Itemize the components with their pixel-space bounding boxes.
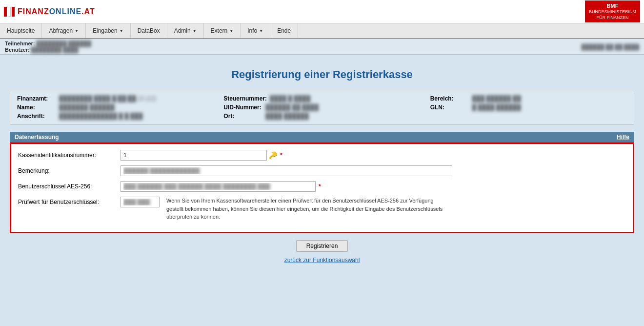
logo-bar-red [4, 7, 7, 17]
form-area: Kassenidentifikationsnummer: 🔑 * Bemerku… [10, 143, 634, 233]
pruefwert-hint: Wenn Sie von Ihrem Kassensoftwareherstel… [166, 197, 449, 221]
ort-row: Ort: ████ ██████ [223, 113, 420, 120]
finanzamt-label: Finanzamt: [17, 95, 56, 102]
bereich-value: ███ ██████ ██ [472, 95, 521, 102]
info-grid: Finanzamt: ████████ ████ █/██/██ 22 (12)… [10, 90, 634, 125]
logo-highlight: ONLINE [49, 7, 81, 16]
header: FINANZONLINE.AT BMF BUNDESMINISTERIUM FÜ… [0, 0, 644, 23]
benutzerschluessel-input-area: * [121, 181, 626, 192]
chevron-down-icon: ▼ [75, 29, 79, 33]
kassenid-row: Kassenidentifikationsnummer: 🔑 * [18, 150, 626, 161]
logo-area: FINANZONLINE.AT [4, 7, 95, 17]
user-bar: Teilnehmer: ████████ ██████ Benutzer: ██… [0, 39, 644, 55]
chevron-down-icon: ▼ [229, 29, 233, 33]
finanzamt-value: ████████ ████ █/██/██ 22 (12) [59, 95, 156, 102]
nav-label-hauptseite: Hauptseite [7, 27, 35, 34]
nav-label-ende: Ende [277, 27, 291, 34]
chevron-down-icon: ▼ [193, 29, 197, 33]
bemerkung-input-area [121, 165, 626, 176]
bemerkung-row: Bemerkung: [18, 165, 626, 176]
kassenid-label: Kassenidentifikationsnummer: [18, 150, 116, 159]
pruefwert-input-area: Wenn Sie von Ihrem Kassensoftwareherstel… [121, 197, 449, 221]
nav-label-admin: Admin [174, 27, 191, 34]
section-header-title: Datenerfassung [15, 134, 59, 141]
nav-label-abfragen: Abfragen [49, 27, 73, 34]
steuernummer-label: Steuernummer: [223, 95, 267, 102]
gln-value: █ ████ ██████ [472, 104, 521, 111]
bmf-badge: BMF BUNDESMINISTERIUM FÜR FINANZEN [585, 0, 640, 23]
bereich-row: Bereich: ███ ██████ ██ [430, 95, 627, 102]
main-content: Registrierung einer Registrierkasse Fina… [0, 55, 644, 271]
anschrift-row: Anschrift: ██████████████ █ █ ███ [17, 113, 214, 120]
nav-label-databox: DataBox [138, 27, 160, 34]
benutzer-row: Benutzer: ████████ ████ [5, 47, 91, 53]
button-area: Registrieren [10, 240, 634, 252]
key-icon[interactable]: 🔑 [269, 151, 277, 159]
benutzerschluessel-input[interactable] [121, 181, 316, 192]
pruefwert-label: Prüfwert für Benutzerschlüssel: [18, 197, 116, 205]
page-title: Registrierung einer Registrierkasse [10, 68, 634, 81]
logo-text: FINANZONLINE.AT [18, 7, 95, 16]
empty-cell [430, 113, 627, 120]
name-value: ███████ ██████ [59, 104, 115, 111]
logo-prefix: FINANZ [18, 7, 49, 16]
nav-item-eingaben[interactable]: Eingaben ▼ [86, 23, 131, 38]
logo-bar-white [8, 7, 11, 17]
anschrift-value: ██████████████ █ █ ███ [59, 113, 143, 120]
steuernummer-value: ████ █ ████ [270, 95, 310, 102]
uid-row: UID-Nummer: ██████ ██ ████ [223, 104, 420, 111]
nav-item-extern[interactable]: Extern ▼ [204, 23, 241, 38]
required-star-kassenid: * [280, 152, 282, 159]
name-row: Name: ███████ ██████ [17, 104, 214, 111]
nav-item-admin[interactable]: Admin ▼ [167, 23, 204, 38]
nav-item-ende[interactable]: Ende [270, 23, 298, 38]
bemerkung-label: Bemerkung: [18, 165, 116, 174]
teilnehmer-value: ████████ ██████ [37, 41, 91, 46]
benutzerschluessel-input-group: * [121, 181, 626, 192]
required-star-benutzerschluessel: * [319, 183, 321, 190]
nav-item-databox[interactable]: DataBox [131, 23, 167, 38]
nav-item-hauptseite[interactable]: Hauptseite [0, 23, 42, 38]
logo-bar-red2 [12, 7, 15, 17]
help-label[interactable]: Hilfe [617, 134, 629, 141]
steuernummer-row: Steuernummer: ████ █ ████ [223, 95, 420, 102]
pruefwert-row: Prüfwert für Benutzerschlüssel: Wenn Sie… [18, 197, 626, 221]
uid-value: ██████ ██ ████ [265, 104, 319, 111]
nav-label-info: Info [247, 27, 257, 34]
chevron-down-icon: ▼ [120, 29, 123, 33]
nav-item-info[interactable]: Info ▼ [241, 23, 270, 38]
ort-value: ████ ██████ [265, 113, 308, 120]
kassenid-input[interactable] [121, 150, 267, 161]
anschrift-label: Anschrift: [17, 113, 56, 120]
user-bar-right: ██████ ██ ██ ████ [582, 41, 639, 53]
nav-item-abfragen[interactable]: Abfragen ▼ [42, 23, 86, 38]
benutzerschluessel-row: Benutzerschlüssel AES-256: * [18, 181, 626, 192]
user-bar-left: Teilnehmer: ████████ ██████ Benutzer: ██… [5, 41, 91, 53]
bemerkung-input[interactable] [121, 165, 452, 176]
teilnehmer-row: Teilnehmer: ████████ ██████ [5, 41, 91, 46]
gln-label: GLN: [430, 104, 469, 111]
nav-bar: Hauptseite Abfragen ▼ Eingaben ▼ DataBox… [0, 23, 644, 39]
teilnehmer-label: Teilnehmer: [5, 41, 35, 46]
bmf-subtitle-line1: BUNDESMINISTERIUM [589, 9, 636, 15]
register-button[interactable]: Registrieren [296, 240, 348, 252]
benutzer-value: ████████ ████ [31, 47, 79, 53]
logo-suffix: .AT [81, 7, 95, 16]
kassenid-input-group: 🔑 * [121, 150, 626, 161]
section-header: Datenerfassung Hilfe [10, 132, 634, 143]
bmf-subtitle-line2: FÜR FINANZEN [589, 15, 636, 21]
back-link: zurück zur Funktionsauswahl [10, 257, 634, 264]
uid-label: UID-Nummer: [223, 104, 262, 111]
nav-label-extern: Extern [211, 27, 228, 34]
name-label: Name: [17, 104, 56, 111]
kassenid-input-area: 🔑 * [121, 150, 626, 161]
pruefwert-input[interactable] [121, 197, 160, 207]
nav-label-eingaben: Eingaben [93, 27, 118, 34]
ort-label: Ort: [223, 113, 262, 120]
chevron-down-icon: ▼ [259, 29, 263, 33]
logo-bars [4, 7, 15, 17]
finanzamt-row: Finanzamt: ████████ ████ █/██/██ 22 (12) [17, 95, 214, 102]
back-link-anchor[interactable]: zurück zur Funktionsauswahl [284, 257, 360, 264]
user-right-info: ██████ ██ ██ ████ [582, 44, 639, 50]
benutzerschluessel-label: Benutzerschlüssel AES-256: [18, 181, 116, 190]
